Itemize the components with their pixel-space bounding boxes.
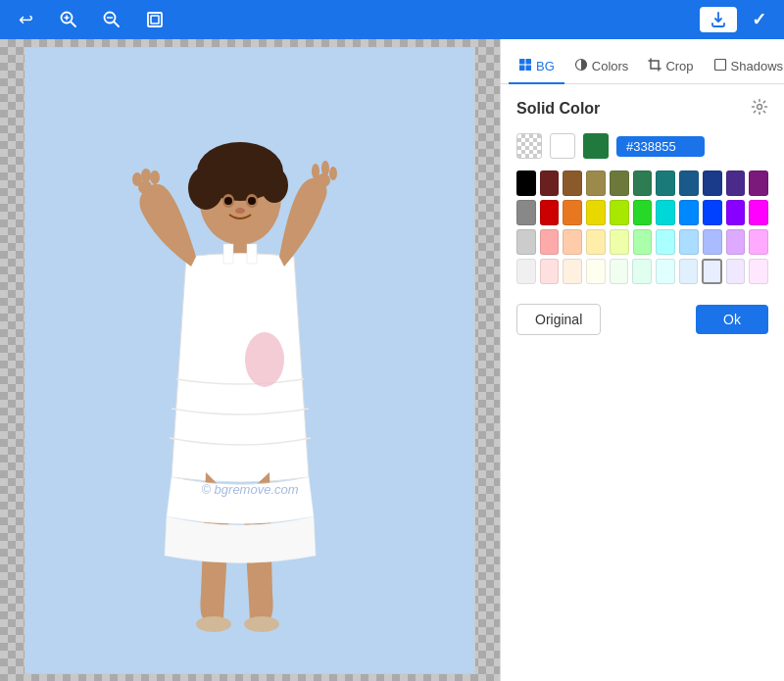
color-row-1 <box>516 170 768 196</box>
svg-point-11 <box>188 167 223 210</box>
color-bright-blue[interactable] <box>703 200 722 225</box>
color-light-pink[interactable] <box>749 229 768 255</box>
color-peach[interactable] <box>563 229 582 255</box>
panel-content: Solid Color #338855 <box>501 84 784 681</box>
svg-rect-7 <box>148 13 162 26</box>
svg-point-27 <box>312 164 319 179</box>
svg-point-16 <box>248 197 256 205</box>
color-ghost-white[interactable] <box>702 259 721 284</box>
color-grid <box>516 170 768 284</box>
svg-point-30 <box>196 616 231 632</box>
top-bar: ↩ <box>0 0 784 39</box>
color-magnolia[interactable] <box>726 259 746 284</box>
color-light-gray[interactable] <box>516 229 536 255</box>
color-pink-light[interactable] <box>540 229 560 255</box>
child-figure <box>88 105 382 673</box>
color-mint[interactable] <box>633 229 653 255</box>
color-white-off[interactable] <box>516 259 536 284</box>
color-green[interactable] <box>633 200 653 225</box>
tab-crop[interactable]: Crop <box>638 50 703 84</box>
color-olive[interactable] <box>610 170 629 196</box>
canvas-area: © bgremove.com <box>0 39 500 681</box>
svg-point-28 <box>321 161 329 176</box>
svg-rect-35 <box>526 66 532 72</box>
color-honeydew[interactable] <box>610 259 629 284</box>
svg-point-21 <box>245 332 284 387</box>
color-teal[interactable] <box>656 170 675 196</box>
transparent-swatch[interactable] <box>516 133 542 159</box>
tab-bg[interactable]: BG <box>509 50 564 84</box>
download-button[interactable] <box>700 7 737 32</box>
color-violet[interactable] <box>726 200 746 225</box>
color-picker-row: #338855 <box>516 133 768 159</box>
fit-icon[interactable] <box>141 6 169 33</box>
svg-rect-8 <box>151 16 159 24</box>
svg-line-5 <box>115 23 120 27</box>
color-purple[interactable] <box>726 170 746 196</box>
color-dark-blue[interactable] <box>703 170 722 196</box>
color-red[interactable] <box>540 200 560 225</box>
svg-rect-20 <box>247 244 257 264</box>
color-brown[interactable] <box>563 170 582 196</box>
color-alice-blue[interactable] <box>679 259 699 284</box>
svg-rect-32 <box>519 59 525 65</box>
svg-line-1 <box>72 23 76 27</box>
watermark: © bgremove.com <box>201 482 298 497</box>
zoom-in-icon[interactable] <box>55 6 82 33</box>
color-pale-green[interactable] <box>632 259 652 284</box>
main-area: © bgremove.com BG <box>0 39 784 681</box>
svg-point-12 <box>261 168 288 203</box>
colors-tab-icon <box>574 58 588 74</box>
svg-rect-37 <box>714 60 725 71</box>
tab-shadows[interactable]: Shadows <box>704 50 784 84</box>
color-sky[interactable] <box>679 229 699 255</box>
svg-point-24 <box>141 169 151 182</box>
green-swatch[interactable] <box>583 133 609 159</box>
color-blue[interactable] <box>679 200 699 225</box>
color-periwinkle[interactable] <box>703 229 722 255</box>
color-aqua-light[interactable] <box>656 229 675 255</box>
color-lavender[interactable] <box>726 229 746 255</box>
action-row: Original Ok <box>516 304 768 335</box>
color-lavender-blush[interactable] <box>749 259 768 284</box>
white-swatch[interactable] <box>550 133 575 159</box>
svg-point-38 <box>758 105 762 110</box>
color-navy[interactable] <box>679 170 699 196</box>
section-title: Solid Color <box>516 100 600 118</box>
color-orange[interactable] <box>563 200 582 225</box>
tab-shadows-label: Shadows <box>731 59 783 73</box>
section-header: Solid Color <box>516 98 768 120</box>
undo-icon[interactable]: ↩ <box>12 6 39 33</box>
tab-bar: BG Colors Crop <box>501 39 784 84</box>
color-yellow-green-light[interactable] <box>610 229 629 255</box>
top-bar-right: ✓ <box>700 6 772 33</box>
color-cyan[interactable] <box>656 200 675 225</box>
color-black[interactable] <box>516 170 536 196</box>
original-button[interactable]: Original <box>516 304 601 335</box>
color-row-2 <box>516 200 768 225</box>
image-canvas: © bgremove.com <box>24 47 475 674</box>
settings-icon[interactable] <box>751 98 768 120</box>
color-yellow[interactable] <box>586 200 606 225</box>
ok-button[interactable]: Ok <box>696 305 768 334</box>
svg-point-25 <box>150 170 160 184</box>
color-gray[interactable] <box>516 200 536 225</box>
color-dark-green[interactable] <box>633 170 653 196</box>
tab-colors[interactable]: Colors <box>564 50 639 84</box>
svg-point-29 <box>329 167 337 180</box>
color-linen[interactable] <box>563 259 582 284</box>
color-cream[interactable] <box>586 229 606 255</box>
color-tan[interactable] <box>586 170 606 196</box>
top-bar-left: ↩ <box>12 6 169 33</box>
confirm-icon[interactable]: ✓ <box>745 6 772 33</box>
color-magenta[interactable] <box>749 200 768 225</box>
color-lime[interactable] <box>610 200 629 225</box>
color-dark-purple[interactable] <box>749 170 768 196</box>
svg-point-31 <box>244 616 279 632</box>
hex-color-input[interactable]: #338855 <box>616 136 705 157</box>
zoom-out-icon[interactable] <box>98 6 125 33</box>
color-ivory[interactable] <box>586 259 606 284</box>
color-dark-red[interactable] <box>540 170 560 196</box>
color-blush[interactable] <box>540 259 560 284</box>
color-azure[interactable] <box>656 259 675 284</box>
